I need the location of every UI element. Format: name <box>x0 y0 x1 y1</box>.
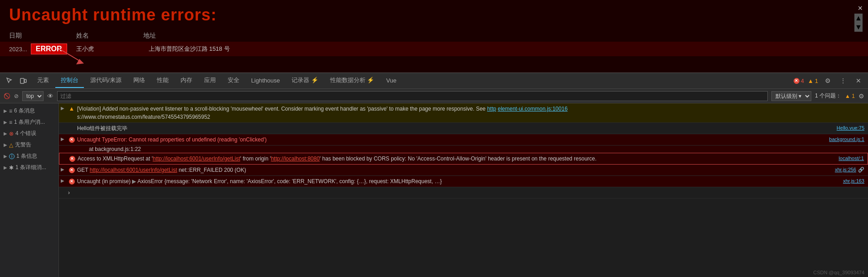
violation-link[interactable]: http <box>487 106 496 112</box>
toolbar-right: ✕ 4 ▲ 1 ⚙ ⋮ ✕ <box>794 75 864 87</box>
tab-recorder[interactable]: 记录器 ⚡ <box>286 73 324 88</box>
sidebar-warnings-label: 无警告 <box>15 141 31 149</box>
top-section: Uncaught runtime errors: × ▲ ▼ 日期 姓名 地址 … <box>0 0 868 73</box>
typeerror-at: at background.js:1:22 <box>89 146 141 152</box>
cors-text: Access to XMLHttpRequest at 'http://loca… <box>78 155 835 163</box>
expand-warnings-icon: ▶ <box>4 142 7 147</box>
tab-memory[interactable]: 内存 <box>175 73 198 88</box>
sidebar-item-all[interactable]: ▶ ≡ 6 条消息 <box>0 105 59 117</box>
expand-typeerror-icon[interactable]: ▶ <box>61 136 67 142</box>
axios-source[interactable]: xhr.js:163 <box>839 177 864 185</box>
filter-input[interactable] <box>57 91 768 101</box>
msg-caret[interactable]: ▶ › <box>59 187 868 199</box>
context-select[interactable]: top <box>22 91 44 101</box>
tab-console[interactable]: 控制台 <box>55 73 84 88</box>
network-icon: 🔗 <box>858 166 864 174</box>
axios-icon: ✕ <box>68 178 75 185</box>
msg-axios: ▶ ✕ Uncaught (in promise) ▶ AxiosError {… <box>59 176 868 187</box>
tab-security[interactable]: 安全 <box>222 73 245 88</box>
tab-network[interactable]: 网络 <box>128 73 151 88</box>
console-caret: › <box>68 189 70 197</box>
table-header: 日期 姓名 地址 <box>0 30 868 42</box>
row-date: 2023... <box>9 46 27 53</box>
issue-count: ▲ 1 <box>845 93 855 99</box>
get-url-link[interactable]: http://localhost:6001/userInfo/getList <box>90 167 177 173</box>
cors-circle-icon: ✕ <box>69 156 75 162</box>
expand-user-icon: ▶ <box>4 120 7 125</box>
warnings-icon: △ <box>9 142 13 148</box>
eye-icon[interactable]: 👁 <box>47 92 54 100</box>
get-icon: ✕ <box>68 166 75 174</box>
sidebar-user-label: 1 条用户消... <box>14 118 45 126</box>
sidebar-item-errors[interactable]: ▶ ⊗ 4 个错误 <box>0 128 59 139</box>
msg-cors: ▶ ✕ Access to XMLHttpRequest at 'http://… <box>59 153 868 165</box>
expand-errors-icon: ▶ <box>4 131 7 136</box>
tab-sources[interactable]: 源代码/来源 <box>85 73 127 88</box>
row-address: 上海市普陀区金沙江路 1518 号 <box>149 45 230 53</box>
kebab-menu-icon[interactable]: ⋮ <box>837 75 849 87</box>
scroll-down-icon[interactable]: ▼ <box>855 23 862 31</box>
info-icon: i <box>9 154 15 159</box>
msg-get: ▶ ✕ GET http://localhost:6001/userInfo/g… <box>59 165 868 176</box>
cors-icon: ✕ <box>68 155 76 162</box>
violation-source-link[interactable]: element-ui.common.js:10016 <box>497 106 567 112</box>
cors-url-link[interactable]: http://localhost:6001/userInfo/getList <box>153 156 240 162</box>
typeerror-source[interactable]: background.js:1 <box>825 136 864 143</box>
all-icon: ≡ <box>9 108 12 114</box>
get-source[interactable]: xhr.js:256 <box>831 166 856 174</box>
scroll-control[interactable]: ▲ ▼ <box>854 14 863 32</box>
data-row: 2023... ERROR 王小虎 上海市普陀区金沙江路 1518 号 <box>0 42 868 56</box>
scroll-up-icon[interactable]: ▲ <box>855 14 862 22</box>
title-bar: Uncaught runtime errors: <box>0 0 868 30</box>
msg-typeerror-group: ▶ ✕ Uncaught TypeError: Cannot read prop… <box>59 134 868 153</box>
clear-console-icon[interactable]: 🚫 <box>4 93 10 99</box>
sidebar-item-warnings[interactable]: ▶ △ 无警告 <box>0 139 59 151</box>
expand-violation-icon[interactable]: ▶ <box>61 105 67 112</box>
console-messages: ▶ ▲ [Violation] Added non-passive event … <box>59 103 868 277</box>
expand-all-icon: ▶ <box>4 108 7 113</box>
col-name: 姓名 <box>76 32 89 40</box>
hello-icon <box>68 125 75 132</box>
close-button[interactable]: × <box>858 4 863 13</box>
warning-icon: ▲ <box>68 105 75 112</box>
inspect-icon[interactable] <box>4 75 15 87</box>
sidebar-item-user[interactable]: ▶ ≡ 1 条用户消... <box>0 117 59 128</box>
console-filter-bar: 🚫 ⊘ top 👁 默认级别 ▾ 1 个问题： ▲ 1 ⚙ <box>0 89 868 103</box>
console-sidebar: ▶ ≡ 6 条消息 ▶ ≡ 1 条用户消... ▶ ⊗ 4 个错误 ▶ △ 无警… <box>0 103 59 277</box>
violation-url: s://www.chromestatus.com/feature/5745543… <box>77 114 210 120</box>
expand-verbose-icon: ▶ <box>4 165 7 170</box>
cors-source[interactable]: localhost/:1 <box>835 155 864 162</box>
tab-vue[interactable]: Vue <box>381 74 402 87</box>
col-address: 地址 <box>143 32 156 40</box>
hello-source[interactable]: Hello.vue:75 <box>833 124 864 132</box>
tab-elements[interactable]: 元素 <box>32 73 54 88</box>
expand-info-icon: ▶ <box>4 154 7 159</box>
devtools-close-icon[interactable]: ✕ <box>853 75 864 87</box>
issue-label: 1 个问题： <box>815 92 841 100</box>
expand-get-icon[interactable]: ▶ <box>61 166 67 173</box>
page-title: Uncaught runtime errors: <box>9 5 217 24</box>
tab-perf-insights[interactable]: 性能数据分析 ⚡ <box>325 73 380 88</box>
sidebar-item-info[interactable]: ▶ i 1 条信息 <box>0 151 59 162</box>
level-select[interactable]: 默认级别 ▾ <box>771 91 811 101</box>
axios-circle-icon: ✕ <box>69 179 75 185</box>
expand-axios-icon[interactable]: ▶ <box>61 177 67 184</box>
devtools-toolbar: 元素 控制台 源代码/来源 网络 性能 内存 应用 安全 Lighthouse … <box>0 73 868 89</box>
tab-performance[interactable]: 性能 <box>151 73 174 88</box>
warning-count-badge: ▲ 1 <box>808 78 818 84</box>
hello-text: Hello组件被挂载完毕 <box>77 124 833 132</box>
cors-origin-link[interactable]: http://localhost:8080 <box>271 156 319 162</box>
device-icon[interactable] <box>17 75 29 87</box>
filter-settings-icon[interactable]: ⚙ <box>858 92 864 100</box>
filter-icon[interactable]: ⊘ <box>14 93 19 99</box>
sidebar-item-verbose[interactable]: ▶ ✱ 1 条详细消... <box>0 162 59 173</box>
warning-number: 1 <box>815 78 818 84</box>
axios-text: Uncaught (in promise) ▶ AxiosError {mess… <box>77 177 839 185</box>
error-x-icon: ✕ <box>794 78 800 84</box>
tab-application[interactable]: 应用 <box>199 73 221 88</box>
svg-rect-3 <box>24 79 26 83</box>
typeerror-indent: at background.js:1:22 <box>59 146 868 153</box>
tab-lighthouse[interactable]: Lighthouse <box>246 74 286 87</box>
error-arrow <box>59 46 91 64</box>
settings-icon[interactable]: ⚙ <box>822 75 834 87</box>
